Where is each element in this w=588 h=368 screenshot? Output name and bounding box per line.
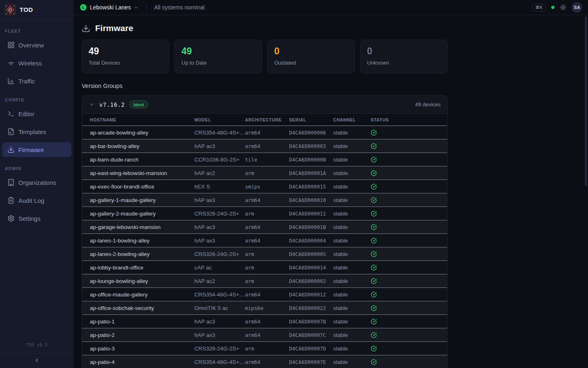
wifi-icon [7,59,15,67]
table-row[interactable]: ap-patio-2hAP ax3arm64D4CA6D00007Cstable [82,328,447,342]
table-row[interactable]: ap-office-sobchak-securityOmniTIK 5 acmi… [82,301,447,315]
sidebar-item-wireless[interactable]: Wireless [2,56,71,70]
chevron-down-icon[interactable] [134,5,139,10]
check-circle-icon [371,211,377,217]
device-status [371,197,447,203]
device-status [371,251,447,257]
table-row[interactable]: ap-barn-dude-ranchCCR1036-8G-2S+tileD4CA… [82,153,447,166]
device-hostname: ap-gallery-1-maude-gallery [90,197,194,203]
sidebar-section: ADMINOrganizationsAudit LogSettings [0,166,74,226]
table-row[interactable]: ap-lounge-bowling-alleyhAP ac2armD4CA6D0… [82,274,447,288]
device-serial: D4CA6D00007E [289,359,333,365]
table-row[interactable]: ap-bar-bowling-alleyhAP ac3arm64D4CA6D00… [82,139,447,153]
device-status [371,238,447,244]
table-row[interactable]: ap-lobby-brandt-officecAP acarmD4CA6D000… [82,261,447,274]
device-status [371,265,447,271]
device-model: cAP ac [194,265,245,271]
device-channel: stable [333,278,371,284]
device-status [371,130,447,136]
device-hostname: ap-patio-3 [90,346,194,352]
sidebar-item-label: Templates [18,128,46,135]
device-channel: stable [333,197,371,203]
sidebar-section-label: ADMIN [5,166,69,171]
stat-value: 49 [181,45,255,57]
device-model: CRS326-24G-2S+ [194,251,245,257]
sidebar-item-settings[interactable]: Settings [2,211,71,226]
sidebar-item-label: Overview [18,42,44,49]
device-channel: stable [333,251,371,257]
sidebar-section: CONFIGEditorTemplatesFirmware [0,97,74,157]
content: Firmware 49Total Devices49Up to Date0Out… [74,23,588,368]
device-architecture: arm64 [245,143,289,149]
table-row[interactable]: ap-patio-4CRS354-48G-4S+…arm64D4CA6D0000… [82,355,447,368]
org-switcher[interactable]: Lebowski Lanes [90,4,131,11]
device-channel: stable [333,319,371,325]
device-table-body: ap-arcade-bowling-alleyCRS354-48G-4S+…ar… [82,126,447,368]
sun-icon[interactable] [560,4,566,11]
table-row[interactable]: ap-patio-3CRS326-24G-2S+armD4CA6D00007Ds… [82,342,447,355]
check-circle-icon [371,143,377,149]
version-group-card: v7.16.2 latest 49 devices HOSTNAMEMODELA… [82,95,448,368]
device-hostname: ap-lobby-brandt-office [90,265,194,271]
sidebar-item-editor[interactable]: Editor [2,106,71,121]
sidebar-item-templates[interactable]: Templates [2,124,71,139]
device-architecture: arm [245,170,289,176]
table-row[interactable]: ap-gallery-2-maude-galleryCRS326-24G-2S+… [82,207,447,220]
page-title: Firmware [95,23,133,33]
chevron-down-icon[interactable] [89,101,95,108]
table-row[interactable]: ap-patio-1hAP ac3arm64D4CA6D00007Bstable [82,315,447,328]
check-circle-icon [371,278,377,284]
sidebar-item-overview[interactable]: Overview [2,38,71,52]
health-status-dot [551,6,555,9]
sidebar-item-organizations[interactable]: Organizations [2,175,71,190]
table-row[interactable]: ap-gallery-1-maude-galleryhAP ax3arm64D4… [82,193,447,207]
table-row[interactable]: ap-garage-lebowski-mansionhAP ac3arm64D4… [82,220,447,234]
column-header-status: STATUS [371,117,447,122]
device-channel: stable [333,265,371,271]
table-row[interactable]: ap-east-wing-lebowski-mansionhAP ac2armD… [82,166,447,180]
stat-value: 49 [89,45,162,57]
device-serial: D4CA6D000005 [289,251,333,257]
device-channel: stable [333,157,371,163]
table-row[interactable]: ap-lanes-1-bowling-alleyhAP ax3arm64D4CA… [82,234,447,247]
sidebar-nav: FLEETOverviewWirelessTrafficCONFIGEditor… [0,29,74,226]
table-row[interactable]: ap-exec-floor-brandt-officehEX SsmipsD4C… [82,180,447,193]
device-hostname: ap-office-sobchak-security [90,305,194,311]
table-row[interactable]: ap-arcade-bowling-alleyCRS354-48G-4S+…ar… [82,126,447,139]
device-channel: stable [333,292,371,298]
check-circle-icon [371,319,377,325]
device-model: CRS354-48G-4S+… [194,359,245,365]
table-row[interactable]: ap-lanes-2-bowling-alleyCRS326-24G-2S+ar… [82,247,447,261]
device-serial: D4CA6D00007D [289,346,333,352]
column-header-serial: SERIAL [289,117,333,122]
topbar: L Lebowski Lanes All systems nominal ⌘K … [74,0,588,15]
version-group-header[interactable]: v7.16.2 latest 49 devices [82,96,447,113]
device-channel: stable [333,224,371,230]
org-avatar: L [80,4,87,11]
device-architecture: arm [245,211,289,217]
stats-row: 49Total Devices49Up to Date0Outdated0Unk… [82,40,448,74]
command-palette-shortcut[interactable]: ⌘K [532,4,546,11]
scrollbar-thumb[interactable] [585,16,587,186]
device-serial: D4CA6D000022 [289,305,333,311]
device-channel: stable [333,305,371,311]
device-architecture: arm64 [245,238,289,244]
sidebar-item-audit-log[interactable]: Audit Log [2,193,71,208]
table-row[interactable]: ap-office-maude-galleryCRS354-48G-4S+…ar… [82,288,447,301]
device-model: hAP ac2 [194,278,245,284]
sidebar-collapse-button[interactable] [0,353,74,368]
device-serial: D4CA6D000002 [289,278,333,284]
device-model: CRS354-48G-4S+… [194,292,245,298]
user-avatar[interactable]: SA [572,2,582,13]
check-circle-icon [371,197,377,203]
building-icon [7,179,15,186]
stat-label: Outdated [274,60,348,66]
sidebar-item-firmware[interactable]: Firmware [2,142,71,157]
sidebar-item-traffic[interactable]: Traffic [2,74,71,88]
device-status [371,211,447,217]
check-circle-icon [371,170,377,176]
stat-label: Up to Date [181,60,255,66]
device-hostname: ap-lounge-bowling-alley [90,278,194,284]
device-model: hEX S [194,184,245,190]
device-status [371,157,447,163]
